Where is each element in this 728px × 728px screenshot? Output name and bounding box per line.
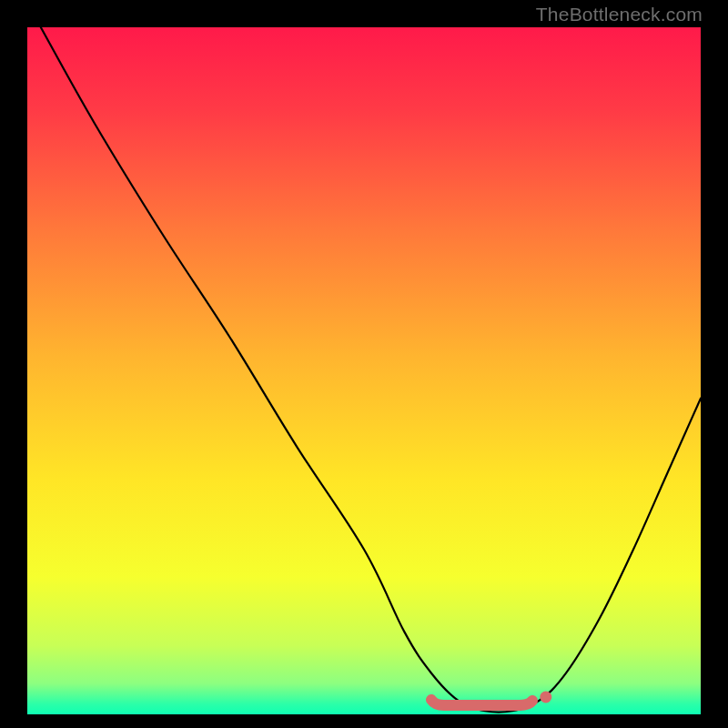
optimal-range-marker (431, 700, 532, 705)
plot-area (27, 27, 701, 714)
optimal-range-end-dot (540, 692, 551, 703)
curve-layer (27, 27, 701, 714)
attribution-text: TheBottleneck.com (536, 4, 703, 25)
chart-frame: TheBottleneck.com (0, 0, 728, 728)
bottleneck-curve (41, 27, 701, 713)
